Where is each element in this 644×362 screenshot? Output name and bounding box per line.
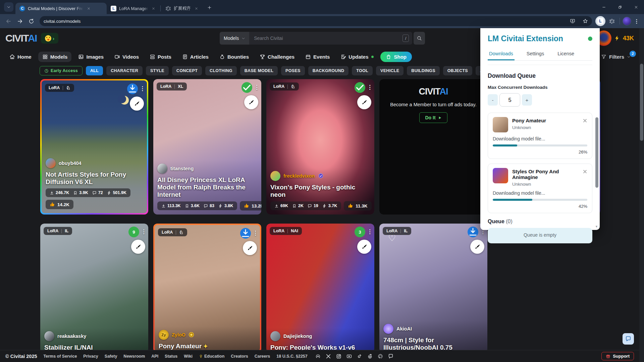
support-button[interactable]: Support xyxy=(601,352,634,360)
author-row[interactable]: titansteng xyxy=(157,164,257,174)
author-row[interactable]: Zy ZyloO xyxy=(159,330,256,340)
card-menu-button[interactable]: ⋮ xyxy=(480,230,485,234)
search-input[interactable]: Search Civitai / xyxy=(249,32,412,45)
decrement-button[interactable]: - xyxy=(488,94,498,106)
search-scope-select[interactable]: Models xyxy=(220,32,249,45)
tab-close-button[interactable] xyxy=(151,6,156,11)
footer-link-careers[interactable]: Careers xyxy=(255,354,270,359)
author-row[interactable]: Dajiejiekong xyxy=(270,331,370,341)
footer-link-wiki[interactable]: Wiki xyxy=(184,354,193,359)
model-card-8[interactable]: LoRA NAI 3 ⋮ Dajiejiekong Pony: People's… xyxy=(266,224,374,353)
browser-profile-avatar[interactable] xyxy=(623,17,631,25)
instagram-icon[interactable] xyxy=(336,354,341,359)
remix-button[interactable] xyxy=(244,95,258,109)
ad-do-it-button[interactable]: Do It xyxy=(419,112,447,123)
search-button[interactable] xyxy=(414,32,425,45)
browser-tab-2[interactable]: L LoRA Manager xyxy=(107,3,160,14)
downloaded-check-badge[interactable] xyxy=(355,82,365,93)
nav-item-home[interactable]: Home xyxy=(5,52,36,62)
footer-link-status[interactable]: Status xyxy=(165,354,177,359)
reload-button[interactable] xyxy=(26,16,36,26)
footer-link-api[interactable]: API xyxy=(151,354,158,359)
filters-button[interactable]: Filters 2 xyxy=(598,52,634,62)
nav-item-updates[interactable]: Updates xyxy=(336,52,378,62)
card-download-button[interactable] xyxy=(127,83,138,94)
version-count-badge[interactable]: 3 xyxy=(355,227,365,237)
nav-item-videos[interactable]: Videos xyxy=(110,52,143,62)
nav-item-models[interactable]: Models xyxy=(38,52,72,62)
remix-button[interactable] xyxy=(357,240,371,254)
model-title[interactable]: Pony Amateur ✦ xyxy=(159,343,256,350)
category-chip-all[interactable]: ALL xyxy=(86,66,103,75)
author-avatar[interactable] xyxy=(46,158,56,168)
footer-link-creators[interactable]: Creators xyxy=(231,354,248,359)
tab-close-button[interactable] xyxy=(86,6,91,11)
cancel-download-button[interactable] xyxy=(583,118,587,123)
page-scrollbar-thumb[interactable] xyxy=(640,64,643,141)
reddit-icon[interactable] xyxy=(367,354,373,359)
browser-tab-1[interactable]: C Civitai Models | Discover Fre xyxy=(15,3,107,14)
author-name[interactable]: freckledvixon xyxy=(283,173,315,179)
category-chip-style[interactable]: STYLE xyxy=(146,66,169,75)
nav-item-shop[interactable]: Shop xyxy=(380,52,412,62)
model-title[interactable]: Vixon's Pony Styles - gothic neon xyxy=(270,184,370,198)
forward-button[interactable] xyxy=(15,16,25,26)
remix-button[interactable] xyxy=(130,97,144,111)
tab-close-button[interactable] xyxy=(194,6,199,11)
model-card-6[interactable]: LoRA IL 9 ⋮ reakaakasky Stabilizer IL/NA… xyxy=(40,224,148,353)
nav-item-posts[interactable]: Posts xyxy=(146,52,175,62)
model-card-3[interactable]: LoRA ♘ ⋮ freckledvixon Vixon's Pony Styl… xyxy=(266,79,374,215)
footer-link-18-u-s-c-2257[interactable]: 18 U.S.C. §2257 xyxy=(276,354,307,359)
civitai-logo[interactable]: CIVITAI xyxy=(5,33,37,44)
author-name[interactable]: titansteng xyxy=(170,166,194,171)
card-menu-button[interactable]: ⋮ xyxy=(140,87,145,91)
browser-menu-button[interactable]: ⋮ xyxy=(633,18,641,24)
install-app-button[interactable] xyxy=(568,17,577,25)
extension-tab-settings[interactable]: Settings xyxy=(525,48,545,60)
event-emoji-badge[interactable]: › xyxy=(41,33,58,44)
model-title[interactable]: 748cm | Style for Illustrious/NoobAI 0.7… xyxy=(383,337,483,351)
max-concurrent-value[interactable]: 5 xyxy=(499,93,520,107)
x-icon[interactable] xyxy=(326,354,331,359)
card-menu-button[interactable]: ⋮ xyxy=(254,86,259,89)
model-card-7[interactable]: LoRA ♘ ⋮ Zy ZyloO Pony Amateur ✦ xyxy=(153,224,261,353)
author-avatar[interactable] xyxy=(157,164,167,174)
author-row[interactable]: obuyb404 xyxy=(46,158,143,168)
category-chip-character[interactable]: CHARACTER xyxy=(106,66,143,75)
remix-button[interactable] xyxy=(131,240,145,254)
buzz-count[interactable]: 43K xyxy=(623,35,634,42)
model-title[interactable]: Not Artists Styles for Pony Diffusion V6… xyxy=(46,171,143,186)
author-name[interactable]: obuyb404 xyxy=(59,161,82,166)
downloaded-check-badge[interactable] xyxy=(241,82,252,93)
category-chip-poses[interactable]: POSES xyxy=(281,66,305,75)
nav-item-articles[interactable]: Articles xyxy=(178,52,213,62)
close-window-button[interactable] xyxy=(628,0,644,14)
page-scrollbar[interactable] xyxy=(639,28,644,362)
new-tab-button[interactable] xyxy=(205,3,214,12)
nav-item-challenges[interactable]: Challenges xyxy=(256,52,299,62)
card-menu-button[interactable]: ⋮ xyxy=(141,230,146,234)
model-card-9[interactable]: ♡ LoRA IL ⋮ AkioAI 748cm xyxy=(379,224,487,353)
footer-link-safety[interactable]: Safety xyxy=(105,354,117,359)
category-chip-objects[interactable]: OBJECTS xyxy=(443,66,472,75)
remix-button[interactable] xyxy=(357,95,371,109)
footer-link-newsroom[interactable]: Newsroom xyxy=(123,354,145,359)
early-access-chip[interactable]: Early Access xyxy=(40,66,83,75)
extension-tab-license[interactable]: License xyxy=(556,48,576,60)
address-bar[interactable]: civitai.com/models xyxy=(40,16,592,26)
category-chip-base-model[interactable]: BASE MODEL xyxy=(240,66,278,75)
author-row[interactable]: reakaakasky xyxy=(44,331,144,341)
minimize-button[interactable] xyxy=(596,0,612,14)
footer-link-education[interactable]: Education xyxy=(199,354,224,359)
card-download-button[interactable] xyxy=(240,228,251,239)
card-menu-button[interactable]: ⋮ xyxy=(253,232,258,235)
chat-icon[interactable] xyxy=(388,354,393,359)
address-url[interactable]: civitai.com/models xyxy=(44,19,565,24)
discord-icon[interactable] xyxy=(315,354,321,359)
category-chip-buildings[interactable]: BUILDINGS xyxy=(407,66,439,75)
likes-button[interactable]: 13.2K xyxy=(240,201,261,210)
remix-button[interactable] xyxy=(243,241,257,255)
author-row[interactable]: freckledvixon xyxy=(270,171,370,181)
author-avatar[interactable] xyxy=(44,331,54,341)
nav-item-images[interactable]: Images xyxy=(74,52,108,62)
